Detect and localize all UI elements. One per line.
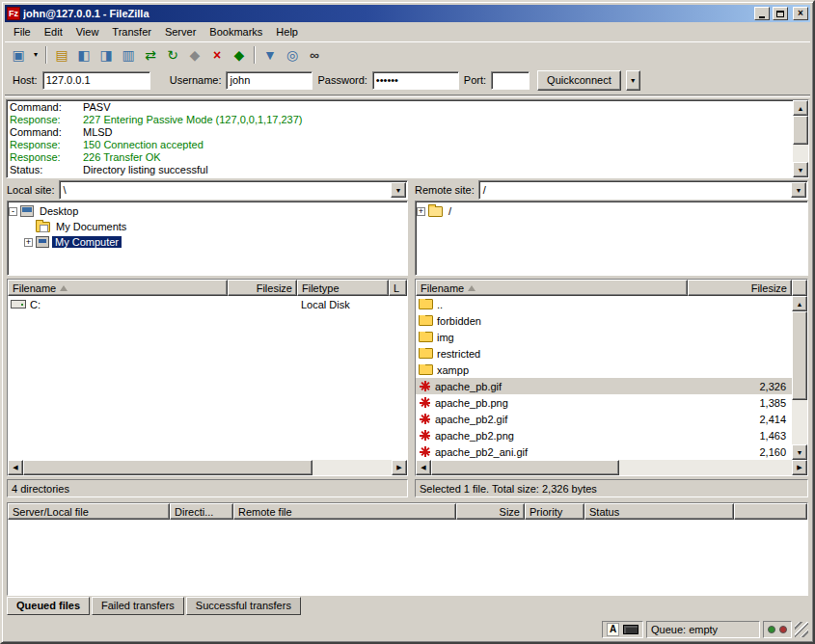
find-icon[interactable]: ∞ — [304, 44, 325, 66]
column-header-status[interactable]: Status — [584, 503, 734, 520]
expand-icon[interactable]: + — [24, 238, 33, 247]
tree-item-my-computer[interactable]: + My Computer — [9, 234, 406, 250]
scroll-track[interactable] — [793, 116, 808, 162]
password-input[interactable] — [372, 71, 459, 90]
chevron-down-icon[interactable]: ▼ — [391, 182, 406, 198]
host-input[interactable] — [42, 71, 150, 90]
scroll-right-icon[interactable]: ▶ — [792, 460, 807, 475]
reconnect-icon[interactable]: ◆ — [229, 44, 250, 66]
column-header-filesize[interactable]: Filesize — [228, 280, 297, 296]
local-file-row[interactable]: C: Local Disk — [8, 296, 407, 312]
remote-tree-icon[interactable]: ◨ — [95, 44, 117, 66]
column-header-filetype[interactable]: Filetype — [297, 280, 389, 296]
menu-view[interactable]: View — [69, 23, 106, 40]
quickconnect-dropdown-icon[interactable]: ▼ — [626, 70, 640, 91]
file-size: 2,414 — [688, 414, 792, 425]
site-manager-icon[interactable]: ▣ — [8, 44, 29, 66]
column-header-priority[interactable]: Priority — [525, 503, 584, 520]
cancel-icon[interactable]: × — [206, 44, 228, 66]
scroll-up-icon[interactable]: ▲ — [792, 296, 807, 311]
titlebar[interactable]: Fz john@127.0.0.1 - FileZilla × — [5, 5, 810, 22]
column-header-filler — [792, 280, 807, 296]
scroll-right-icon[interactable]: ▶ — [392, 460, 407, 475]
file-name: apache_pb.png — [435, 397, 508, 409]
column-header-server-local-file[interactable]: Server/Local file — [8, 503, 170, 520]
column-header-direction[interactable]: Directi... — [170, 503, 233, 520]
scroll-track[interactable] — [792, 311, 807, 444]
toolbar-separator — [45, 46, 47, 64]
scroll-thumb[interactable] — [793, 116, 808, 145]
menu-edit[interactable]: Edit — [38, 23, 69, 40]
scroll-down-icon[interactable]: ▼ — [792, 444, 807, 460]
folder-icon — [419, 348, 433, 359]
column-header-filesize[interactable]: Filesize — [688, 280, 792, 296]
tab-failed-transfers[interactable]: Failed transfers — [92, 597, 184, 615]
remote-file-row[interactable]: apache_pb.png 1,385 — [416, 394, 792, 411]
local-site-combobox[interactable]: \ ▼ — [59, 180, 408, 200]
scroll-left-icon[interactable]: ◀ — [8, 460, 23, 475]
filezilla-window: Fz john@127.0.0.1 - FileZilla × File Edi… — [0, 0, 815, 644]
scroll-track[interactable] — [431, 460, 792, 475]
scroll-thumb[interactable] — [792, 311, 807, 400]
remote-file-row-selected[interactable]: apache_pb.gif 2,326 — [416, 378, 792, 394]
username-input[interactable] — [226, 71, 312, 90]
column-header-size[interactable]: Size — [456, 503, 525, 520]
column-header-last-modified[interactable]: L — [389, 280, 407, 296]
folder-icon — [419, 315, 433, 326]
scroll-left-icon[interactable]: ◀ — [416, 460, 431, 475]
process-queue-icon[interactable]: ↻ — [162, 44, 183, 66]
collapse-icon[interactable]: - — [9, 207, 17, 216]
close-button[interactable]: × — [793, 7, 808, 20]
remote-file-row[interactable]: apache_pb2.png 1,463 — [416, 427, 792, 443]
transfer-queue-icon[interactable]: ▥ — [118, 44, 139, 66]
remote-file-row[interactable]: apache_pb2.gif 2,414 — [416, 411, 792, 427]
scroll-thumb[interactable] — [23, 460, 312, 475]
menu-server[interactable]: Server — [158, 23, 203, 40]
menu-file[interactable]: File — [7, 23, 38, 40]
tab-queued-files[interactable]: Queued files — [7, 597, 90, 615]
remote-vertical-scrollbar[interactable]: ▲ ▼ — [792, 296, 807, 460]
remote-file-row[interactable]: apache_pb2_ani.gif 2,160 — [416, 443, 792, 460]
filter-icon[interactable]: ▼ — [259, 44, 281, 66]
minimize-button[interactable] — [754, 7, 770, 20]
remote-file-row[interactable]: forbidden — [416, 312, 792, 329]
remote-site-combobox[interactable]: / ▼ — [478, 180, 808, 200]
column-header-filename[interactable]: Filename — [416, 280, 688, 296]
menu-bookmarks[interactable]: Bookmarks — [203, 23, 269, 40]
quickconnect-button[interactable]: Quickconnect — [537, 70, 621, 91]
scroll-up-icon[interactable]: ▲ — [793, 100, 808, 116]
remote-file-row[interactable]: .. — [416, 296, 792, 312]
compare-icon[interactable]: ◎ — [282, 44, 303, 66]
maximize-button[interactable] — [773, 7, 788, 20]
scroll-thumb[interactable] — [431, 460, 619, 475]
separator-groove — [5, 94, 810, 97]
port-input[interactable] — [491, 71, 530, 90]
menu-transfer[interactable]: Transfer — [105, 23, 158, 40]
local-tree-icon[interactable]: ◧ — [73, 44, 95, 66]
message-log-icon[interactable]: ▤ — [51, 44, 72, 66]
tab-successful-transfers[interactable]: Successful transfers — [186, 597, 301, 615]
remote-horizontal-scrollbar[interactable]: ◀ ▶ — [416, 460, 807, 475]
scroll-track[interactable] — [23, 460, 392, 475]
tree-item-desktop[interactable]: - Desktop — [9, 203, 406, 219]
site-manager-dropdown-icon[interactable]: ▾ — [30, 44, 41, 66]
queue-body[interactable] — [8, 520, 807, 595]
local-horizontal-scrollbar[interactable]: ◀ ▶ — [8, 460, 407, 475]
expand-icon[interactable]: + — [417, 207, 425, 216]
log-vertical-scrollbar[interactable]: ▲ ▼ — [793, 100, 808, 177]
ascii-type-icon[interactable]: A — [607, 623, 619, 636]
disconnect-icon[interactable]: ◆ — [184, 44, 205, 66]
tree-item-root[interactable]: + / — [417, 203, 806, 219]
refresh-icon[interactable]: ⇄ — [140, 44, 161, 66]
menu-help[interactable]: Help — [269, 23, 305, 40]
remote-file-row[interactable]: xampp — [416, 362, 792, 378]
tree-item-my-documents[interactable]: My Documents — [9, 219, 406, 234]
column-header-filename[interactable]: Filename — [8, 280, 228, 296]
column-header-remote-file[interactable]: Remote file — [233, 503, 456, 520]
binary-type-icon[interactable] — [623, 625, 638, 634]
remote-file-row[interactable]: img — [416, 329, 792, 345]
resize-grip[interactable] — [795, 622, 808, 637]
scroll-down-icon[interactable]: ▼ — [793, 162, 808, 177]
chevron-down-icon[interactable]: ▼ — [791, 182, 806, 198]
remote-file-row[interactable]: restricted — [416, 345, 792, 362]
